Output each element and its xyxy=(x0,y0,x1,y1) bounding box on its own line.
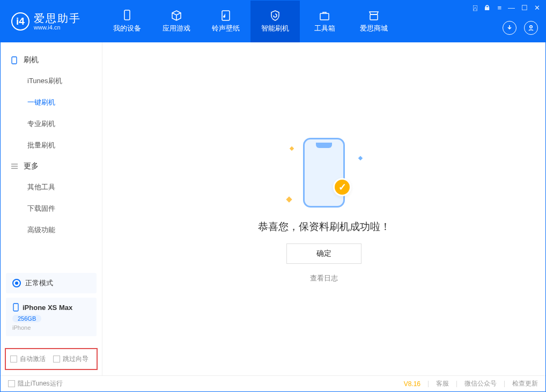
app-url: www.i4.cn xyxy=(34,24,81,31)
sparkle-icon xyxy=(358,156,363,160)
main-content: ✓ 恭喜您，保资料刷机成功啦！ 确定 查看日志 xyxy=(102,42,545,375)
phone-icon xyxy=(10,56,18,64)
status-mode: 正常模式 xyxy=(25,278,53,288)
device-card[interactable]: iPhone XS Max 256GB iPhone xyxy=(6,298,97,336)
success-illustration: ✓ xyxy=(289,135,359,210)
checkbox-icon xyxy=(8,380,15,387)
sidebar-item-oneclick-flash[interactable]: 一键刷机 xyxy=(1,92,102,113)
sidebar-item-download-firmware[interactable]: 下载固件 xyxy=(1,198,102,219)
device-icon xyxy=(121,10,133,21)
maximize-button[interactable]: ☐ xyxy=(521,4,528,12)
view-log-link[interactable]: 查看日志 xyxy=(310,273,338,283)
customer-service-link[interactable]: 客服 xyxy=(436,379,449,388)
nav-label: 铃声壁纸 xyxy=(212,24,240,33)
app-logo: i4 爱思助手 www.i4.cn xyxy=(1,1,102,42)
toolbox-icon xyxy=(319,10,330,21)
version-label: V8.16 xyxy=(404,380,420,388)
lock-icon[interactable]: 🔒︎ xyxy=(484,4,491,12)
success-message: 恭喜您，保资料刷机成功啦！ xyxy=(258,220,390,234)
divider xyxy=(456,381,457,387)
sparkle-icon xyxy=(286,196,292,202)
sidebar-item-advanced[interactable]: 高级功能 xyxy=(1,219,102,241)
phone-icon xyxy=(12,303,19,312)
svg-rect-2 xyxy=(320,13,329,20)
footer: 阻止iTunes运行 V8.16 客服 微信公众号 检查更新 xyxy=(1,375,545,391)
ok-button[interactable]: 确定 xyxy=(286,243,361,264)
sidebar: 刷机 iTunes刷机 一键刷机 专业刷机 批量刷机 更多 其他工具 下载固件 … xyxy=(1,42,102,375)
nav-smart-flash[interactable]: 智能刷机 xyxy=(250,1,300,42)
sidebar-section-flash: 刷机 xyxy=(1,50,102,70)
checkbox-icon xyxy=(53,356,60,363)
shirt-icon[interactable]: ⍓ xyxy=(473,4,477,12)
highlight-options: 自动激活 跳过向导 xyxy=(5,348,98,370)
nav-label: 爱思商城 xyxy=(360,24,388,33)
minimize-button[interactable]: — xyxy=(508,4,515,12)
check-badge-icon: ✓ xyxy=(333,178,351,196)
divider xyxy=(428,381,429,387)
phone-illustration xyxy=(303,138,345,208)
status-card[interactable]: 正常模式 xyxy=(6,273,97,293)
checkbox-auto-activate[interactable]: 自动激活 xyxy=(10,354,46,364)
svg-rect-1 xyxy=(222,11,230,20)
shield-refresh-icon xyxy=(269,10,281,21)
nav-label: 我的设备 xyxy=(113,24,141,33)
nav-label: 应用游戏 xyxy=(163,24,190,33)
list-icon xyxy=(10,162,18,171)
checkbox-skip-guide[interactable]: 跳过向导 xyxy=(53,354,88,364)
user-button[interactable] xyxy=(524,21,538,35)
shop-icon xyxy=(368,10,380,21)
sidebar-item-batch-flash[interactable]: 批量刷机 xyxy=(1,135,102,156)
sparkle-icon xyxy=(290,146,294,150)
top-nav: 我的设备 应用游戏 铃声壁纸 智能刷机 工具箱 爱思商城 xyxy=(102,1,399,42)
wechat-link[interactable]: 微信公众号 xyxy=(464,379,497,388)
nav-store[interactable]: 爱思商城 xyxy=(349,1,399,42)
svg-rect-5 xyxy=(12,57,17,64)
logo-icon: i4 xyxy=(11,12,29,31)
window-tools-top: ⍓ 🔒︎ ≡ — ☐ ✕ xyxy=(473,4,540,12)
nav-apps-games[interactable]: 应用游戏 xyxy=(152,1,201,42)
status-icon xyxy=(12,279,21,287)
sidebar-item-itunes-flash[interactable]: iTunes刷机 xyxy=(1,70,102,92)
menu-icon[interactable]: ≡ xyxy=(497,4,501,12)
device-capacity: 256GB xyxy=(12,315,41,322)
sidebar-item-pro-flash[interactable]: 专业刷机 xyxy=(1,113,102,135)
svg-point-4 xyxy=(530,26,533,28)
title-bar: i4 爱思助手 www.i4.cn 我的设备 应用游戏 铃声壁纸 智能刷机 工具… xyxy=(1,1,545,42)
check-update-link[interactable]: 检查更新 xyxy=(512,379,538,388)
close-button[interactable]: ✕ xyxy=(534,4,540,12)
svg-rect-3 xyxy=(370,14,378,20)
nav-toolbox[interactable]: 工具箱 xyxy=(300,1,349,42)
sidebar-item-other-tools[interactable]: 其他工具 xyxy=(1,176,102,198)
checkbox-icon xyxy=(10,356,17,363)
sidebar-section-more: 更多 xyxy=(1,156,102,176)
music-file-icon xyxy=(220,10,232,21)
cube-icon xyxy=(171,10,182,21)
device-type: iPhone xyxy=(12,324,90,331)
nav-label: 工具箱 xyxy=(314,24,335,33)
checkbox-stop-itunes[interactable]: 阻止iTunes运行 xyxy=(8,379,63,388)
svg-rect-0 xyxy=(124,10,130,20)
nav-ringtones[interactable]: 铃声壁纸 xyxy=(201,1,250,42)
nav-label: 智能刷机 xyxy=(261,24,289,33)
device-name: iPhone XS Max xyxy=(23,304,72,312)
download-button[interactable] xyxy=(503,21,517,35)
nav-my-device[interactable]: 我的设备 xyxy=(102,1,152,42)
app-name: 爱思助手 xyxy=(34,12,81,24)
svg-rect-6 xyxy=(13,304,18,311)
divider xyxy=(504,381,505,387)
window-tools-bottom xyxy=(503,21,538,35)
